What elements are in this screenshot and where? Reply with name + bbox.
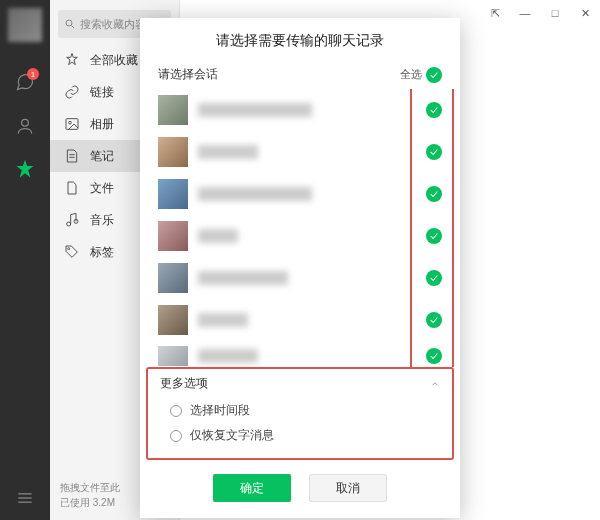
svg-line-5 [72,26,75,29]
file-icon [64,180,80,196]
select-all-label: 全选 [400,67,422,82]
svg-point-12 [68,248,70,250]
star-icon [64,52,80,68]
sidebar-item-label: 文件 [90,180,114,197]
conversation-list [140,89,460,367]
chevron-up-icon [430,379,440,389]
sidebar-item-label: 相册 [90,116,114,133]
svg-point-4 [66,20,72,26]
conversation-avatar [158,95,188,125]
more-options-label: 更多选项 [160,375,208,392]
svg-rect-6 [66,119,78,130]
conversation-name [198,229,238,243]
svg-point-10 [67,222,71,226]
tag-icon [64,244,80,260]
rail-favorites-icon[interactable] [13,158,37,182]
sidebar-item-label: 全部收藏 [90,52,138,69]
option-label: 仅恢复文字消息 [190,427,274,444]
conversation-avatar [158,137,188,167]
option-text-only[interactable]: 仅恢复文字消息 [160,423,440,448]
more-options-panel: 更多选项 选择时间段 仅恢复文字消息 [146,367,454,460]
select-label: 请选择会话 [158,66,218,83]
transfer-dialog: 请选择需要传输的聊天记录 请选择会话 全选 [140,18,460,518]
select-all-checkbox[interactable] [426,67,442,83]
conversation-name [198,271,288,285]
sidebar-item-label: 链接 [90,84,114,101]
rail-chat-icon[interactable]: 1 [13,70,37,94]
dialog-title: 请选择需要传输的聊天记录 [140,18,460,60]
more-options-header[interactable]: 更多选项 [160,375,440,398]
conversation-name [198,349,258,363]
radio-icon [170,405,182,417]
user-avatar[interactable] [8,8,42,42]
conversation-avatar [158,263,188,293]
search-placeholder: 搜索收藏内容 [80,17,146,32]
window-pin-button[interactable]: ⇱ [480,0,510,26]
sidebar-item-label: 音乐 [90,212,114,229]
conversation-avatar [158,305,188,335]
option-label: 选择时间段 [190,402,250,419]
conversation-avatar [158,346,188,366]
conversation-name [198,145,258,159]
music-icon [64,212,80,228]
conversation-name [198,187,312,201]
conversation-avatar [158,221,188,251]
window-close-button[interactable]: ✕ [570,0,600,26]
search-icon [64,18,76,30]
cancel-button[interactable]: 取消 [309,474,387,502]
annotation-select-column [410,89,454,367]
nav-rail: 1 [0,0,50,520]
window-maximize-button[interactable]: □ [540,0,570,26]
window-minimize-button[interactable]: — [510,0,540,26]
window-controls: ⇱ — □ ✕ [480,0,600,26]
check-icon [429,70,439,80]
dialog-actions: 确定 取消 [140,460,460,518]
conversation-name [198,313,248,327]
sidebar-item-label: 笔记 [90,148,114,165]
option-time-range[interactable]: 选择时间段 [160,398,440,423]
select-header: 请选择会话 全选 [140,60,460,89]
unread-badge: 1 [27,68,39,80]
svg-point-0 [22,119,29,126]
sidebar-item-label: 标签 [90,244,114,261]
conversation-name [198,103,312,117]
conversation-avatar [158,179,188,209]
confirm-button[interactable]: 确定 [213,474,291,502]
image-icon [64,116,80,132]
rail-contacts-icon[interactable] [13,114,37,138]
rail-menu-icon[interactable] [13,486,37,510]
radio-icon [170,430,182,442]
svg-point-7 [69,121,72,124]
note-icon [64,148,80,164]
link-icon [64,84,80,100]
